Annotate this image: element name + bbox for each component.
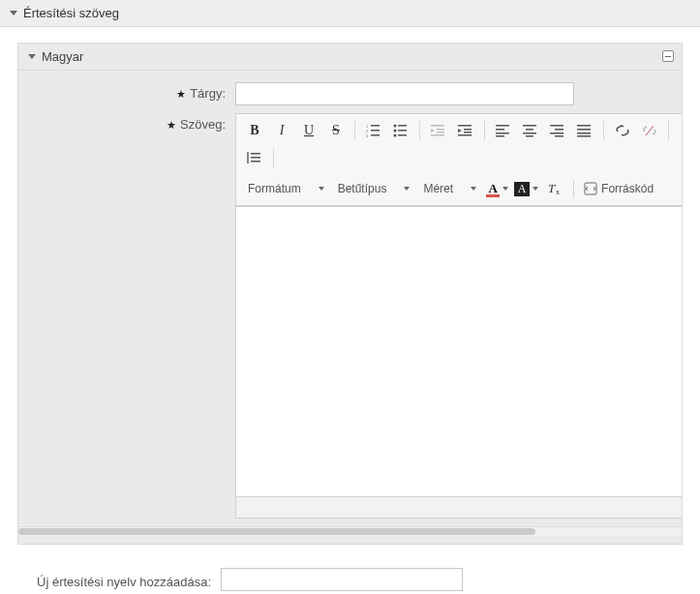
ordered-list-button[interactable]: 1 2 3: [361, 118, 386, 143]
svg-rect-14: [437, 129, 444, 131]
strikethrough-button[interactable]: S: [323, 118, 349, 143]
editor-content-area[interactable]: [236, 206, 682, 496]
align-justify-button[interactable]: [572, 118, 597, 143]
svg-rect-37: [577, 135, 591, 137]
outdent-icon: [431, 124, 446, 137]
align-center-icon: [523, 124, 538, 137]
svg-rect-33: [555, 135, 563, 137]
source-button[interactable]: Forráskód: [580, 176, 657, 201]
chevron-down-icon: [28, 54, 36, 59]
svg-point-10: [394, 134, 397, 137]
toolbar-separator: [573, 179, 574, 198]
background-color-icon: A: [514, 182, 530, 196]
svg-rect-27: [526, 129, 533, 131]
unlink-icon: [642, 124, 657, 137]
svg-rect-5: [371, 134, 380, 136]
subject-input[interactable]: [235, 82, 574, 105]
align-justify-icon: [577, 124, 593, 137]
svg-rect-32: [550, 133, 563, 134]
svg-rect-40: [251, 153, 260, 155]
svg-rect-39: [247, 152, 249, 163]
toolbar-separator: [273, 148, 274, 167]
remove-format-icon: T x: [546, 181, 563, 196]
body-row: ★Szöveg: B I U S 1: [18, 109, 682, 522]
svg-rect-34: [577, 125, 591, 127]
align-left-icon: [496, 124, 511, 137]
rich-text-editor: B I U S 1 2 3: [235, 113, 682, 519]
align-right-button[interactable]: [545, 118, 570, 143]
link-button[interactable]: [610, 118, 635, 143]
svg-point-8: [394, 130, 397, 133]
svg-rect-17: [458, 125, 472, 127]
toolbar-row-2: Formátum Betűtípus Méret: [242, 172, 682, 201]
indent-button[interactable]: [453, 118, 478, 143]
language-panel-header[interactable]: Magyar: [18, 44, 682, 71]
bullet-list-button[interactable]: [388, 118, 413, 143]
svg-rect-30: [550, 125, 563, 127]
svg-rect-7: [398, 125, 407, 127]
subject-row: ★Tárgy:: [18, 78, 682, 109]
chevron-down-icon: [471, 187, 476, 191]
remove-format-button[interactable]: T x: [542, 176, 567, 201]
svg-rect-11: [398, 134, 407, 136]
toolbar-separator: [668, 121, 669, 140]
font-dropdown[interactable]: Betűtípus: [332, 176, 416, 201]
blockquote-button[interactable]: [242, 145, 267, 170]
chevron-down-icon: [533, 187, 538, 191]
size-dropdown[interactable]: Méret: [417, 176, 482, 201]
chevron-down-icon: [319, 187, 324, 191]
format-dropdown[interactable]: Formátum: [242, 176, 330, 201]
bold-button[interactable]: B: [242, 118, 267, 143]
svg-rect-26: [523, 125, 536, 127]
svg-text:x: x: [556, 188, 560, 196]
unlink-button[interactable]: [637, 118, 662, 143]
svg-rect-16: [431, 134, 444, 136]
toolbar-separator: [603, 121, 604, 140]
collapse-icon[interactable]: [662, 50, 674, 62]
chevron-down-icon: [502, 187, 508, 191]
add-language-label: Új értesítési nyelv hozzáadása:: [37, 575, 211, 589]
svg-marker-13: [431, 129, 435, 133]
italic-button[interactable]: I: [269, 118, 294, 143]
section-body: Magyar ★Tárgy: ★Szöveg:: [0, 27, 700, 594]
svg-rect-45: [585, 183, 596, 194]
ordered-list-icon: 1 2 3: [366, 124, 381, 137]
svg-rect-12: [431, 125, 444, 127]
section-title: Értesítési szöveg: [23, 6, 119, 20]
toolbar-separator: [354, 121, 355, 140]
source-button-label: Forráskód: [601, 182, 654, 195]
source-icon: [584, 182, 597, 195]
required-star-icon: ★: [167, 119, 176, 131]
svg-marker-18: [458, 129, 462, 133]
svg-rect-19: [464, 129, 472, 131]
text-color-button[interactable]: A: [484, 176, 510, 201]
svg-rect-15: [437, 132, 444, 134]
svg-rect-41: [251, 157, 260, 159]
panel-title: Magyar: [42, 49, 83, 64]
align-left-button[interactable]: [491, 118, 516, 143]
format-dropdown-label: Formátum: [248, 182, 301, 195]
svg-rect-22: [496, 125, 509, 127]
required-star-icon: ★: [176, 88, 186, 100]
svg-rect-35: [577, 129, 591, 131]
editor-toolbar: B I U S 1 2 3: [236, 114, 682, 206]
text-color-icon: A: [486, 182, 500, 195]
subject-label: Tárgy:: [190, 86, 226, 101]
horizontal-scrollbar[interactable]: [18, 526, 682, 536]
body-label-cell: ★Szöveg:: [18, 113, 235, 132]
underline-button[interactable]: U: [296, 118, 321, 143]
editor-resize-handle[interactable]: [236, 496, 682, 518]
align-center-button[interactable]: [518, 118, 543, 143]
svg-rect-9: [398, 130, 407, 132]
add-language-input[interactable]: [221, 568, 463, 591]
add-language-row: Új értesítési nyelv hozzáadása:: [17, 558, 683, 591]
background-color-button[interactable]: A: [512, 176, 540, 201]
size-dropdown-label: Méret: [423, 182, 453, 195]
svg-rect-42: [251, 161, 260, 163]
section-header[interactable]: Értesítési szöveg: [0, 0, 700, 27]
svg-rect-20: [464, 132, 472, 134]
svg-rect-31: [555, 129, 563, 131]
svg-rect-1: [371, 125, 380, 127]
language-panel: Magyar ★Tárgy: ★Szöveg:: [17, 43, 683, 545]
outdent-button[interactable]: [426, 118, 451, 143]
